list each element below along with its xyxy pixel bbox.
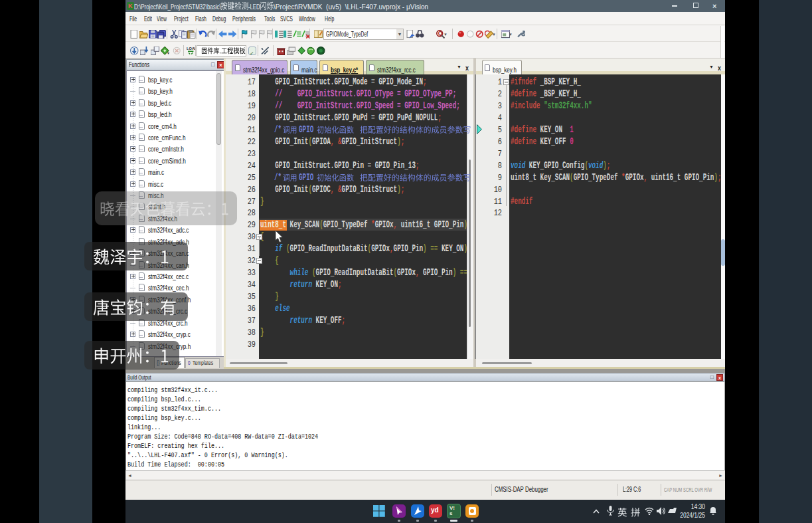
svg-text:LOAD: LOAD xyxy=(187,47,195,51)
